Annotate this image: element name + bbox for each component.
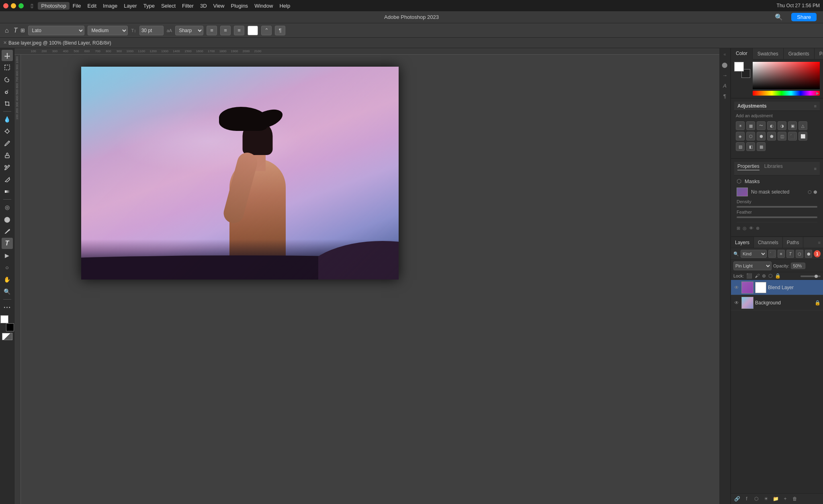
- tab-layers[interactable]: Layers: [731, 237, 754, 248]
- font-weight-select[interactable]: Medium: [88, 26, 128, 35]
- layer-visibility-background[interactable]: 👁: [733, 300, 740, 306]
- menu-view[interactable]: View: [210, 2, 228, 10]
- char-paragraph-panel-button[interactable]: ¶: [275, 26, 285, 35]
- adj-color-lookup[interactable]: ⬟: [767, 132, 776, 141]
- tab-swatches[interactable]: Swatches: [753, 48, 784, 59]
- menu-help[interactable]: Help: [276, 2, 293, 10]
- new-group-icon[interactable]: 📁: [772, 495, 779, 502]
- adj-brightness[interactable]: ☀: [736, 121, 745, 130]
- hue-slider[interactable]: ▶: [753, 91, 820, 96]
- adj-channel-mixer[interactable]: ⬢: [757, 132, 766, 141]
- adj-exposure[interactable]: ◐: [767, 121, 776, 130]
- menu-select[interactable]: Select: [158, 2, 179, 10]
- menu-edit[interactable]: Edit: [84, 2, 100, 10]
- tab-channels[interactable]: Channels: [754, 237, 783, 248]
- adj-hue[interactable]: ▣: [788, 121, 797, 130]
- warp-text-button[interactable]: ⌃: [261, 26, 272, 35]
- adj-levels[interactable]: ▦: [746, 121, 755, 130]
- menu-window[interactable]: Window: [251, 2, 276, 10]
- foreground-color-swatch[interactable]: [0, 315, 8, 323]
- tab-close-button[interactable]: ✕: [3, 40, 7, 45]
- adj-bw[interactable]: ◈: [736, 132, 745, 141]
- font-size-input[interactable]: [139, 26, 164, 35]
- tab-color[interactable]: Color: [731, 48, 753, 59]
- type-options-icon[interactable]: ⊞: [20, 27, 25, 33]
- adj-threshold[interactable]: ⬜: [798, 132, 807, 141]
- add-mask-icon[interactable]: ⬡: [753, 495, 760, 502]
- tab-libraries[interactable]: Libraries: [764, 163, 783, 170]
- document-tab[interactable]: Base layer.jpeg @ 100% (Blend Layer, RGB…: [8, 40, 111, 46]
- background-color-swatch[interactable]: [6, 323, 14, 331]
- menu-image[interactable]: Image: [100, 2, 121, 10]
- canvas-area[interactable]: [21, 55, 719, 504]
- close-button[interactable]: [3, 3, 8, 8]
- add-link-icon[interactable]: 🔗: [733, 495, 741, 502]
- align-left-button[interactable]: ≡: [207, 26, 217, 35]
- adj-color-balance[interactable]: △: [798, 121, 807, 130]
- crop-tool[interactable]: [2, 98, 13, 109]
- tab-properties[interactable]: Properties: [737, 163, 760, 170]
- add-pixel-mask-icon[interactable]: ⬡: [808, 190, 812, 195]
- adjustments-options-icon[interactable]: ≡: [814, 104, 817, 108]
- home-icon[interactable]: ⌂: [3, 26, 10, 35]
- eraser-tool[interactable]: [2, 174, 13, 185]
- layers-filter-select[interactable]: Kind: [741, 250, 767, 258]
- search-icon[interactable]: 🔍: [775, 13, 783, 21]
- stamp-tool[interactable]: [2, 150, 13, 161]
- history-brush-tool[interactable]: [2, 162, 13, 173]
- fill-bar[interactable]: [800, 275, 821, 277]
- dodge-tool[interactable]: ⬤: [2, 214, 13, 225]
- align-center-button[interactable]: ≡: [220, 26, 231, 35]
- path-selection-tool[interactable]: ▶: [2, 250, 13, 261]
- type-tool[interactable]: T: [2, 238, 13, 249]
- antialiasing-select[interactable]: Sharp: [175, 26, 203, 35]
- menu-type[interactable]: Type: [140, 2, 158, 10]
- blend-mode-select[interactable]: Pin Light: [733, 261, 772, 270]
- delete-layer-icon[interactable]: 🗑: [791, 495, 798, 502]
- menu-filter[interactable]: Filter: [179, 2, 197, 10]
- menu-plugins[interactable]: Plugins: [227, 2, 251, 10]
- lasso-tool[interactable]: [2, 74, 13, 85]
- lock-position[interactable]: ⊕: [762, 273, 766, 279]
- marquee-tool[interactable]: [2, 62, 13, 73]
- menu-photoshop[interactable]: Photoshop: [38, 2, 69, 10]
- panel-vert-icon-1[interactable]: ⬤: [721, 60, 729, 69]
- new-adjustment-icon[interactable]: ☀: [762, 495, 770, 502]
- hand-tool[interactable]: ✋: [2, 274, 13, 285]
- lock-transparent-pixels[interactable]: ⬛: [746, 273, 752, 279]
- panel-collapse-icon[interactable]: «: [721, 50, 729, 59]
- panel-vert-icon-2[interactable]: →: [721, 71, 729, 80]
- adj-photo-filter[interactable]: ⬡: [746, 132, 755, 141]
- tab-paths[interactable]: Paths: [783, 237, 804, 248]
- new-layer-icon[interactable]: +: [782, 495, 789, 502]
- prop-icon-3[interactable]: 👁: [749, 226, 753, 231]
- lock-image-pixels[interactable]: 🖌: [755, 273, 760, 279]
- prop-icon-4[interactable]: ⊗: [756, 226, 760, 231]
- properties-options-icon[interactable]: ≡: [814, 166, 817, 171]
- menu-layer[interactable]: Layer: [121, 2, 140, 10]
- shape-tool[interactable]: ○: [2, 262, 13, 273]
- extra-tools[interactable]: • • •: [2, 302, 13, 313]
- tab-gradients[interactable]: Gradients: [784, 48, 815, 59]
- brush-tool[interactable]: [2, 138, 13, 149]
- zoom-tool[interactable]: 🔍: [2, 286, 13, 297]
- menu-3d[interactable]: 3D: [197, 2, 210, 10]
- adj-curves[interactable]: 〜: [757, 121, 766, 130]
- layer-item-background[interactable]: 👁 Background 🔒: [731, 295, 823, 310]
- density-slider[interactable]: [737, 206, 817, 208]
- color-picker[interactable]: [753, 62, 820, 89]
- layer-effects-icon[interactable]: f: [743, 495, 750, 502]
- layers-filter-shape[interactable]: ⬡: [796, 250, 803, 258]
- panel-vert-icon-3[interactable]: A: [721, 81, 729, 90]
- feather-slider[interactable]: [737, 216, 817, 218]
- font-family-select[interactable]: Lato: [28, 26, 84, 35]
- layers-filter-pixel[interactable]: ⬛: [768, 250, 776, 258]
- gradient-tool[interactable]: [2, 186, 13, 197]
- quick-selection-tool[interactable]: [2, 86, 13, 97]
- layer-visibility-blend[interactable]: 👁: [733, 284, 740, 291]
- adj-selective-color[interactable]: ◧: [746, 142, 755, 151]
- apple-menu[interactable]: : [29, 2, 35, 10]
- align-right-button[interactable]: ≡: [234, 26, 244, 35]
- adj-shadows[interactable]: ▩: [757, 142, 766, 151]
- tab-patterns[interactable]: Patterns: [815, 48, 823, 59]
